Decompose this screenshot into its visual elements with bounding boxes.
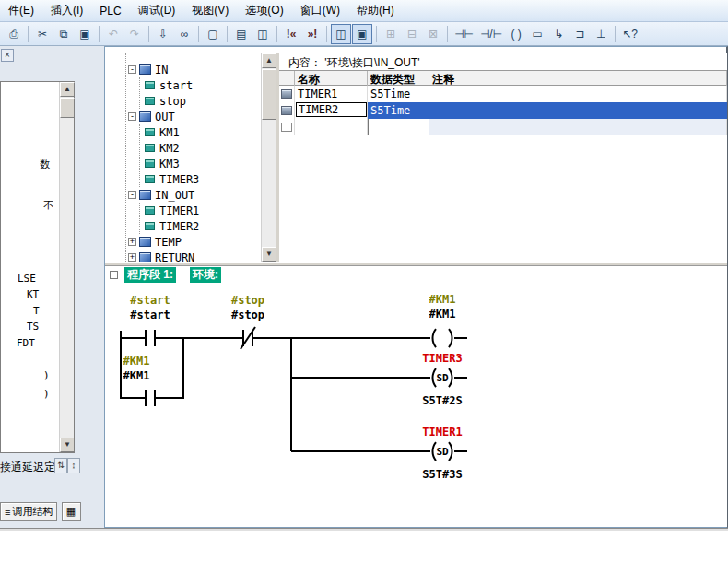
cell-comment-empty[interactable]	[429, 119, 727, 135]
scroll-down-icon[interactable]: ▼	[60, 438, 75, 452]
timer-name[interactable]: TIMER3	[422, 352, 462, 365]
catalog-item[interactable]: )	[43, 388, 50, 400]
overview-toggle[interactable]: ▣	[352, 24, 372, 44]
operand-name[interactable]: #KM1	[123, 369, 150, 382]
cell-datatype[interactable]: S5Time	[368, 86, 429, 102]
tree-item-km2[interactable]: KM2	[140, 140, 276, 156]
tree-item-km1[interactable]: KM1	[140, 124, 276, 140]
collapse-icon[interactable]: -	[128, 112, 136, 121]
coil-km1[interactable]	[432, 329, 452, 347]
tree-item-timer2[interactable]: TIMER2	[140, 218, 276, 234]
shade-icon[interactable]: ⇅	[54, 458, 67, 473]
catalog-item[interactable]: TS	[27, 321, 39, 333]
cell-name-empty[interactable]	[295, 119, 368, 135]
tree-item-km3[interactable]: KM3	[140, 156, 276, 171]
tab-overview-grid[interactable]: ▦	[62, 502, 81, 521]
scroll-down-icon[interactable]: ▼	[262, 247, 276, 262]
menu-help[interactable]: 帮助(H)	[348, 0, 403, 22]
timer-name[interactable]: TIMER1	[422, 426, 462, 438]
tree-scrollbar[interactable]: ▲ ▼	[261, 53, 276, 262]
ladder-editor[interactable]: 程序段 1: 环境:	[105, 266, 727, 527]
operand-symbol[interactable]: #start	[130, 294, 170, 307]
contact-stop-nc[interactable]	[241, 327, 255, 349]
copy-icon[interactable]: ⧉	[53, 24, 74, 44]
tree-item-timer1[interactable]: TIMER1	[140, 203, 276, 218]
table-row-empty[interactable]	[279, 119, 727, 135]
scrollbar-thumb[interactable]	[262, 69, 276, 120]
pin-icon[interactable]: ↨	[67, 458, 80, 473]
contact-start-no[interactable]	[146, 330, 155, 346]
scroll-up-icon[interactable]: ▲	[262, 53, 276, 68]
network-view-toggle[interactable]: ◫	[331, 24, 351, 44]
contact-no-icon[interactable]: ⊣⊢	[452, 24, 476, 44]
tree-item-out[interactable]: - OUT	[126, 109, 276, 124]
timer-value[interactable]: S5T#3S	[422, 468, 462, 481]
redo-icon[interactable]: ↷	[124, 24, 145, 44]
catalog-list[interactable]: 数 不 LSE KT T TS FDT ) ) ▲ ▼	[0, 81, 75, 453]
catalog-item[interactable]: )	[43, 369, 50, 381]
expand-icon[interactable]: +	[128, 238, 136, 246]
menu-window[interactable]: 窗口(W)	[292, 0, 348, 22]
name-edit-cell[interactable]: TIMER2	[296, 102, 367, 117]
catalog-item[interactable]: LSE	[18, 273, 36, 285]
tree-item-timer3[interactable]: TIMER3	[140, 171, 276, 187]
table-row-selected[interactable]: TIMER2 S5Time	[279, 102, 727, 119]
catalog-scrollbar[interactable]: ▲ ▼	[59, 82, 74, 452]
monitor-icon[interactable]: ∞	[174, 24, 194, 44]
operand-symbol[interactable]: #KM1	[429, 293, 456, 306]
tree-item-stop[interactable]: stop	[140, 93, 276, 109]
open-branch-gray-icon[interactable]: ⊟	[402, 24, 422, 44]
menu-debug[interactable]: 调试(D)	[130, 0, 184, 22]
tree-item-start[interactable]: start	[140, 77, 276, 93]
empty-box-icon[interactable]: ▭	[527, 24, 547, 44]
menu-file[interactable]: 件(E)	[0, 0, 42, 22]
print-icon[interactable]: ⎙	[4, 24, 24, 44]
cell-comment-selected[interactable]	[429, 102, 727, 119]
observe-icon[interactable]: ◫	[252, 24, 273, 44]
coil-icon[interactable]: ( )	[506, 24, 526, 44]
cell-name[interactable]: TIMER1	[295, 86, 368, 102]
display-view-icon[interactable]: ▢	[203, 24, 223, 44]
cell-comment[interactable]	[429, 86, 727, 102]
cell-datatype-selected[interactable]: S5Time	[368, 102, 429, 119]
close-branch-icon[interactable]: ⊐	[569, 24, 590, 44]
prev-error-button[interactable]: !«	[281, 24, 301, 44]
tree-item-return[interactable]: + RETURN	[126, 250, 276, 262]
tree-item-temp[interactable]: + TEMP	[126, 234, 276, 250]
menu-view[interactable]: 视图(V)	[183, 0, 237, 22]
timer-value[interactable]: S5T#2S	[422, 394, 462, 407]
contact-km1-branch-no[interactable]	[146, 390, 155, 406]
table-row[interactable]: TIMER1 S5Time	[279, 86, 727, 102]
menu-options[interactable]: 选项(O)	[237, 0, 291, 22]
catalog-item[interactable]: KT	[27, 288, 39, 300]
collapse-icon[interactable]: -	[128, 65, 136, 74]
tree-item-in-out[interactable]: - IN_OUT	[126, 187, 276, 203]
interface-tree[interactable]: - IN start stop	[107, 53, 276, 262]
contact-nc-icon[interactable]: ⊣/⊢	[477, 24, 505, 44]
catalog-item[interactable]: T	[33, 305, 40, 317]
help-select-icon[interactable]: ↖?	[619, 24, 640, 44]
scrollbar-thumb[interactable]	[60, 98, 75, 118]
tree-item-in[interactable]: - IN	[126, 62, 276, 77]
cell-datatype-empty[interactable]	[368, 119, 429, 135]
collapse-icon[interactable]: -	[128, 191, 136, 199]
open-branch-icon[interactable]: ↳	[548, 24, 569, 44]
cut-icon[interactable]: ✂	[32, 24, 53, 44]
expand-icon[interactable]: +	[128, 253, 136, 262]
catalog-item[interactable]: 数	[40, 158, 50, 171]
download-icon[interactable]: ⇩	[153, 24, 173, 44]
catalog-item[interactable]: FDT	[17, 337, 35, 349]
tab-call-structure[interactable]: ≡ 调用结构	[0, 502, 57, 521]
operand-symbol[interactable]: #KM1	[123, 355, 150, 368]
t-branch-icon[interactable]: ⊥	[591, 24, 611, 44]
symbol-table-icon[interactable]: ▤	[231, 24, 252, 44]
catalog-item[interactable]: 不	[43, 199, 53, 213]
undo-icon[interactable]: ↶	[103, 24, 123, 44]
close-branch-gray-icon[interactable]: ⊠	[423, 24, 443, 44]
ladder-network-canvas[interactable]: #start #start #stop #stop #KM1 #KM1 #KM1…	[105, 278, 727, 525]
close-icon[interactable]: ×	[1, 49, 14, 62]
operand-name[interactable]: #start	[130, 309, 170, 321]
new-network-icon[interactable]: ⊞	[381, 24, 401, 44]
menu-plc[interactable]: PLC	[91, 1, 129, 21]
paste-icon[interactable]: ▣	[75, 24, 95, 44]
